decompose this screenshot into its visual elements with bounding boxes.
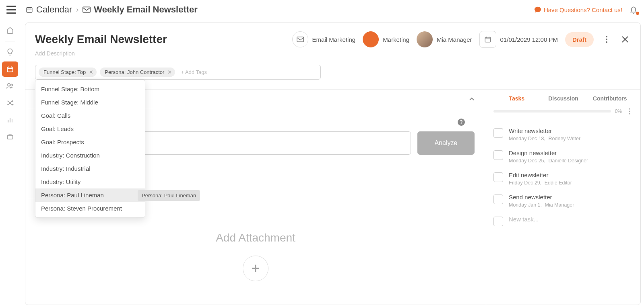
tooltip: Persona: Paul Lineman — [138, 190, 200, 201]
tab-discussion[interactable]: Discussion — [540, 95, 587, 102]
svg-rect-17 — [485, 37, 491, 42]
task-checkbox[interactable] — [493, 150, 503, 160]
mail-icon — [292, 31, 308, 47]
category-pill[interactable]: Marketing — [363, 31, 409, 47]
svg-point-26 — [629, 108, 630, 109]
more-icon[interactable] — [626, 106, 633, 117]
svg-rect-0 — [27, 8, 32, 12]
progress-bar — [493, 110, 611, 113]
nav-analytics[interactable] — [2, 112, 18, 127]
task-row[interactable]: Edit newsletterFriday Dec 29, Eddie Edit… — [486, 168, 640, 190]
nav-people[interactable] — [2, 78, 18, 94]
nav-shuffle[interactable] — [2, 95, 18, 111]
task-meta: Monday Jan 1, Mia Manager — [509, 202, 574, 208]
status-badge[interactable]: Draft — [565, 32, 594, 47]
progress-percent: 0% — [615, 108, 622, 114]
category-label: Marketing — [383, 36, 409, 43]
svg-rect-6 — [7, 67, 13, 72]
svg-point-21 — [606, 36, 607, 37]
tag-option[interactable]: Industry: Utility — [35, 175, 145, 188]
calendar-icon — [479, 31, 496, 48]
tab-contributors[interactable]: Contributors — [586, 95, 633, 102]
menu-icon[interactable] — [6, 6, 16, 14]
add-tag-placeholder[interactable]: + Add Tags — [178, 68, 209, 77]
date-label: 01/01/2029 12:00 PM — [500, 36, 558, 43]
breadcrumb-root-label: Calendar — [36, 4, 72, 15]
tag-remove-icon[interactable]: ✕ — [167, 69, 172, 75]
owner-pill[interactable]: Mia Manager — [417, 31, 472, 47]
task-meta: Monday Dec 25, Danielle Designer — [509, 158, 588, 164]
close-icon[interactable] — [619, 34, 631, 45]
svg-point-28 — [629, 113, 630, 114]
chevron-right-icon: › — [76, 6, 78, 14]
content-card: Weekly Email Newsletter Email Marketing … — [25, 23, 641, 305]
breadcrumb-root[interactable]: Calendar — [26, 4, 72, 15]
tab-tasks[interactable]: Tasks — [493, 95, 540, 102]
tag-option[interactable]: Goal: Prospects — [35, 135, 145, 149]
contact-label: Have Questions? Contact us! — [544, 6, 622, 13]
task-title: Edit newsletter — [509, 172, 572, 178]
analyze-button[interactable]: Analyze — [417, 131, 475, 155]
tag-remove-icon[interactable]: ✕ — [89, 69, 93, 75]
task-title: Design newsletter — [509, 149, 588, 156]
tag-option[interactable]: Funnel Stage: Middle — [35, 96, 145, 109]
page-title[interactable]: Weekly Email Newsletter — [35, 33, 167, 46]
more-icon[interactable] — [601, 34, 612, 45]
description-placeholder[interactable]: Add Description — [35, 50, 631, 57]
nav-ideas[interactable] — [2, 45, 18, 60]
tag-label: Funnel Stage: Top — [43, 69, 86, 75]
task-checkbox[interactable] — [493, 128, 503, 138]
help-icon[interactable]: ? — [458, 119, 465, 126]
tag-option[interactable]: Funnel Stage: Bottom — [35, 82, 145, 96]
tag-option[interactable]: Industry: Construction — [35, 149, 145, 162]
task-row[interactable]: Design newsletterMonday Dec 25, Danielle… — [486, 145, 640, 168]
tag-input[interactable]: Funnel Stage: Top✕Persona: John Contract… — [35, 65, 321, 80]
sidebar — [0, 19, 20, 305]
channel-pill[interactable]: Email Marketing — [292, 31, 356, 47]
breadcrumb-current-label: Weekly Email Newsletter — [94, 4, 198, 15]
tag-option[interactable]: Persona: Paul LinemanPersona: Paul Linem… — [35, 188, 145, 202]
svg-point-22 — [606, 39, 607, 40]
channel-label: Email Marketing — [312, 36, 356, 43]
chat-icon — [534, 6, 541, 13]
owner-label: Mia Manager — [437, 36, 472, 43]
task-row[interactable]: Write newsletterMonday Dec 18, Rodney Wr… — [486, 123, 640, 145]
task-checkbox[interactable] — [493, 194, 503, 204]
tag-option[interactable]: Goal: Calls — [35, 109, 145, 122]
svg-rect-15 — [7, 135, 13, 139]
task-title: Write newsletter — [509, 127, 580, 134]
nav-calendar[interactable] — [2, 61, 18, 77]
date-pill[interactable]: 01/01/2029 12:00 PM — [479, 31, 558, 48]
calendar-icon — [26, 6, 33, 13]
task-meta: Monday Dec 18, Rodney Writer — [509, 136, 580, 141]
task-checkbox[interactable] — [493, 172, 503, 182]
nav-home[interactable] — [2, 23, 18, 38]
chevron-up-icon[interactable] — [469, 97, 475, 101]
new-task-checkbox[interactable] — [493, 217, 503, 226]
task-title: Send newsletter — [509, 194, 574, 201]
tag-option[interactable]: Goal: Leads — [35, 122, 145, 135]
breadcrumb: Calendar › Weekly Email Newsletter — [26, 4, 198, 15]
add-attachment-button[interactable]: + — [243, 256, 268, 281]
task-meta: Friday Dec 29, Eddie Editor — [509, 180, 572, 186]
tag-option[interactable]: Persona: Steven Procurement — [35, 202, 145, 215]
mail-icon — [83, 6, 91, 13]
svg-point-11 — [11, 84, 13, 86]
tag-option[interactable]: Industry: Industrial — [35, 162, 145, 175]
svg-point-10 — [8, 84, 10, 86]
notification-dot — [636, 12, 639, 15]
contact-link[interactable]: Have Questions? Contact us! — [534, 6, 622, 13]
avatar — [417, 31, 433, 47]
tag-dropdown: Funnel Stage: BottomFunnel Stage: Middle… — [35, 80, 145, 218]
category-color — [363, 31, 379, 47]
tag-label: Persona: John Contractor — [105, 69, 164, 75]
attachment-title: Add Attachment — [25, 231, 486, 244]
nav-work[interactable] — [2, 129, 18, 144]
svg-point-23 — [606, 41, 607, 43]
breadcrumb-current: Weekly Email Newsletter — [83, 4, 198, 15]
bell-icon[interactable] — [630, 5, 638, 14]
svg-point-27 — [629, 111, 630, 112]
new-task-input[interactable]: New task... — [509, 216, 539, 223]
task-row[interactable]: Send newsletterMonday Jan 1, Mia Manager — [486, 190, 640, 212]
tag-chip: Persona: John Contractor✕ — [100, 68, 175, 77]
